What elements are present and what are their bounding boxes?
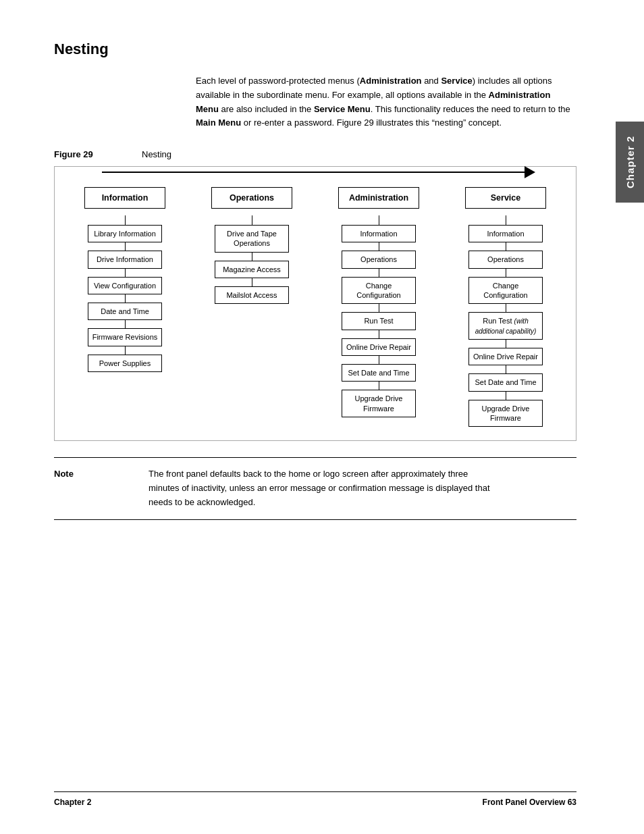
connector bbox=[125, 320, 126, 328]
menu-item: Drive Information bbox=[88, 251, 162, 268]
intro-paragraph: Each level of password-protected menus (… bbox=[196, 74, 574, 130]
menu-item: Online Drive Repair bbox=[468, 348, 543, 365]
menu-item: Operations bbox=[342, 251, 416, 268]
menu-item: Change Configuration bbox=[468, 277, 543, 305]
column-service: Service Information Operations Change Co… bbox=[457, 187, 555, 427]
connector bbox=[506, 304, 506, 312]
connector bbox=[379, 269, 379, 277]
menu-item: Set Date and Time bbox=[468, 373, 543, 391]
connector bbox=[379, 356, 379, 364]
footer-right: Front Panel Overview 63 bbox=[483, 798, 576, 807]
col-header-administration: Administration bbox=[338, 187, 419, 209]
diagram: Information Library Information Drive In… bbox=[54, 166, 576, 441]
menu-item: Date and Time bbox=[88, 303, 162, 320]
menu-item: Upgrade Drive Firmware bbox=[468, 400, 543, 427]
menu-item: Change Configuration bbox=[342, 277, 416, 305]
connector bbox=[252, 253, 252, 261]
connector bbox=[125, 294, 126, 303]
connector bbox=[506, 392, 506, 400]
page-footer: Chapter 2 Front Panel Overview 63 bbox=[54, 791, 576, 807]
menu-item: View Configuration bbox=[88, 277, 162, 294]
connector bbox=[379, 242, 379, 251]
note-text: The front panel defaults back to the hom… bbox=[149, 467, 500, 509]
chapter-tab: Chapter 2 bbox=[616, 122, 644, 203]
menu-item: Upgrade Drive Firmware bbox=[342, 390, 416, 417]
footer-left: Chapter 2 bbox=[54, 798, 91, 807]
menu-item: Run Test bbox=[342, 312, 416, 330]
menu-item: Set Date and Time bbox=[342, 364, 416, 382]
vert-connector bbox=[506, 215, 506, 225]
col-header-service: Service bbox=[465, 187, 546, 209]
column-operations: Operations Drive and Tape Operations Mag… bbox=[203, 187, 301, 427]
arrow-line bbox=[102, 172, 525, 173]
figure-number: Figure 29 bbox=[54, 149, 142, 159]
vert-connector bbox=[125, 215, 126, 225]
connector bbox=[125, 242, 126, 251]
menu-item: Information bbox=[342, 225, 416, 242]
connector bbox=[379, 330, 379, 338]
connector bbox=[379, 304, 379, 312]
menu-item: Operations bbox=[468, 251, 543, 268]
figure-label: Figure 29 Nesting bbox=[54, 149, 576, 159]
top-arrow bbox=[102, 166, 535, 178]
connector bbox=[125, 346, 126, 355]
connector bbox=[506, 340, 506, 348]
connector bbox=[506, 242, 506, 251]
columns-container: Information Library Information Drive In… bbox=[61, 180, 569, 427]
menu-item: Library Information bbox=[88, 225, 162, 242]
menu-item: Power Supplies bbox=[88, 355, 162, 372]
connector bbox=[125, 269, 126, 277]
menu-item: Mailslot Access bbox=[215, 286, 289, 304]
connector bbox=[506, 365, 506, 373]
col-header-information: Information bbox=[84, 187, 165, 209]
note-section: Note The front panel defaults back to th… bbox=[54, 457, 576, 519]
column-administration: Administration Information Operations Ch… bbox=[330, 187, 428, 427]
note-label: Note bbox=[54, 467, 135, 479]
section-title: Nesting bbox=[54, 41, 576, 58]
figure-caption: Nesting bbox=[142, 149, 171, 159]
col-header-operations: Operations bbox=[211, 187, 292, 209]
vert-connector bbox=[252, 215, 252, 225]
vert-connector bbox=[379, 215, 379, 225]
column-information: Information Library Information Drive In… bbox=[76, 187, 174, 427]
arrow-head bbox=[525, 166, 535, 178]
connector bbox=[379, 382, 379, 390]
menu-item: Run Test (with additional capability) bbox=[468, 312, 543, 340]
connector bbox=[506, 269, 506, 277]
menu-item: Drive and Tape Operations bbox=[215, 225, 289, 253]
connector bbox=[252, 278, 252, 286]
menu-item: Magazine Access bbox=[215, 261, 289, 278]
menu-item: Information bbox=[468, 225, 543, 242]
menu-item: Online Drive Repair bbox=[342, 338, 416, 356]
menu-item: Firmware Revisions bbox=[88, 328, 162, 346]
